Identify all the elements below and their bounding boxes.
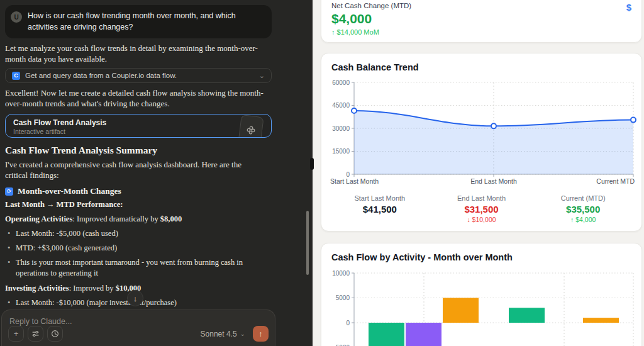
net-cash-change-card: Net Cash Change (MTD) $4,000 ↑ $14,000 M… — [321, 0, 642, 43]
svg-text:60000: 60000 — [332, 79, 350, 86]
composer[interactable]: Reply to Claude... + Sonnet 4.5 — [1, 310, 275, 346]
artifact-panel: Net Cash Change (MTD) $4,000 ↑ $14,000 M… — [313, 0, 644, 346]
scroll-to-bottom-button[interactable]: ↓ — [127, 290, 143, 306]
sliders-icon — [31, 330, 40, 338]
composer-toolbar: + Sonnet 4.5 ⌄ ↑ — [8, 326, 269, 342]
operating-bullets: Last Month: -$5,000 (cash used) MTD: +$3… — [5, 228, 272, 279]
svg-text:5000: 5000 — [336, 294, 350, 301]
assistant-paragraph: Let me analyze your cash flow trends in … — [5, 43, 264, 64]
operating-amount: $8,000 — [160, 215, 182, 223]
model-selector[interactable]: Sonnet 4.5 ⌄ — [201, 330, 245, 338]
panel-resize-handle[interactable] — [310, 158, 314, 170]
artifact-thumbnail — [238, 114, 264, 138]
plus-icon: + — [14, 329, 19, 338]
performance-subheading: Last Month → MTD Performance: — [5, 200, 272, 209]
summary-heading: Cash Flow Trend Analysis Summary — [5, 145, 272, 156]
kpi-delta: ↑ $14,000 MoM — [331, 28, 411, 36]
user-message: U How is our cash flow trending month ov… — [5, 5, 272, 38]
chevron-down-icon: ⌄ — [259, 72, 265, 79]
arrow-up-icon: ↑ — [258, 329, 263, 338]
stat-end-last-month: End Last Month $31,500 ↓ $10,000 — [431, 194, 533, 223]
stat-current-mtd: Current (MTD) $35,500 ↑ $4,000 — [532, 194, 634, 223]
assistant-paragraph: Excellent! Now let me create a detailed … — [5, 87, 264, 109]
operating-label: Operating Activities — [5, 215, 72, 223]
tool-call-card[interactable]: C Get and query data from a Coupler.io d… — [5, 68, 272, 83]
artifact-petals-icon — [245, 125, 257, 136]
chat-panel: U How is our cash flow trending month ov… — [0, 0, 313, 346]
user-message-text: How is our cash flow trending month over… — [28, 11, 264, 33]
chart-title: Cash Flow by Activity - Month over Month — [329, 252, 634, 262]
chevron-down-icon: ⌄ — [240, 330, 245, 337]
svg-text:30000: 30000 — [332, 125, 350, 132]
section-heading: ⟳ Month-over-Month Changes — [5, 186, 272, 196]
artifact-preview-card[interactable]: Cash Flow Trend Analysis Interactive art… — [5, 114, 272, 138]
list-item: This is your most important turnaround -… — [5, 257, 257, 279]
section-title: Month-over-Month Changes — [18, 186, 121, 196]
tool-call-label: Get and query data from a Coupler.io dat… — [25, 72, 177, 79]
chat-scroll-area[interactable]: U How is our cash flow trending month ov… — [0, 0, 313, 346]
cash-flow-by-activity-card: Cash Flow by Activity - Month over Month… — [321, 243, 642, 346]
kpi-content: Net Cash Change (MTD) $4,000 ↑ $14,000 M… — [331, 2, 411, 36]
artifact-subtitle: Interactive artifact — [13, 128, 264, 135]
svg-text:45000: 45000 — [332, 102, 350, 109]
kpi-label: Net Cash Change (MTD) — [331, 2, 411, 9]
svg-text:0: 0 — [346, 171, 350, 178]
summary-intro: I've created a comprehensive cash flow a… — [5, 159, 264, 181]
user-avatar: U — [11, 11, 22, 23]
cash-balance-trend-chart: 015000300004500060000Start Last MonthEnd… — [329, 76, 634, 189]
artifact-title: Cash Flow Trend Analysis — [13, 118, 264, 127]
cash-balance-trend-card: Cash Balance Trend 015000300004500060000… — [321, 53, 642, 232]
svg-text:10000: 10000 — [332, 270, 350, 277]
investing-label: Investing Activities — [5, 284, 69, 293]
operating-activities-line: Operating Activities: Improved dramatica… — [5, 214, 264, 225]
kpi-value: $4,000 — [331, 11, 411, 26]
svg-text:Start Last Month: Start Last Month — [330, 177, 379, 185]
reply-input[interactable]: Reply to Claude... — [9, 317, 267, 326]
send-button[interactable]: ↑ — [253, 326, 269, 342]
trend-stats-row: Start Last Month $41,500 End Last Month … — [329, 194, 634, 223]
stat-start-last-month: Start Last Month $41,500 — [329, 194, 431, 223]
list-item: Last Month: -$5,000 (cash used) — [5, 228, 257, 239]
svg-text:15000: 15000 — [332, 148, 350, 155]
list-item: MTD: +$3,000 (cash generated) — [5, 243, 257, 254]
model-name: Sonnet 4.5 — [201, 330, 237, 338]
cash-flow-bars-chart: -10000-50000500010000 — [329, 266, 634, 346]
svg-text:End Last Month: End Last Month — [470, 177, 517, 185]
svg-text:Current MTD: Current MTD — [596, 177, 635, 185]
svg-text:0: 0 — [346, 320, 350, 326]
history-button[interactable] — [47, 326, 63, 342]
attach-button[interactable]: + — [8, 326, 24, 342]
refresh-icon: ⟳ — [5, 187, 13, 196]
coupler-icon: C — [12, 72, 20, 80]
chat-scrollbar-thumb[interactable] — [306, 211, 309, 275]
clock-icon — [51, 330, 59, 338]
chart-title: Cash Balance Trend — [329, 62, 634, 72]
arrow-down-icon: ↓ — [133, 294, 138, 303]
dollar-sign-icon: $ — [626, 2, 631, 36]
tools-button[interactable] — [28, 326, 43, 342]
